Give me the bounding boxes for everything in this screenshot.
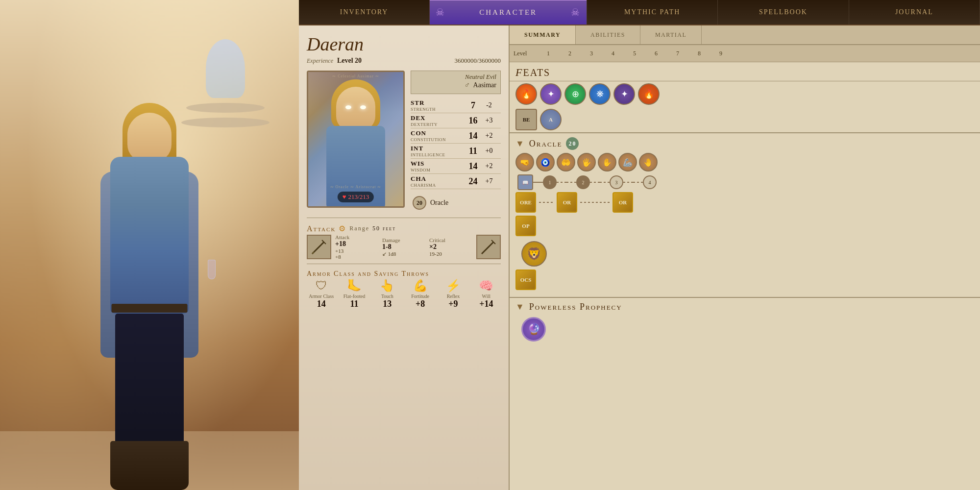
armor-class-icon: 🛡 bbox=[307, 279, 336, 293]
svg-line-3 bbox=[482, 242, 493, 254]
oracle-level-badge: 20 bbox=[566, 137, 579, 150]
hp-display: ♥213/213 bbox=[338, 192, 374, 202]
armor-grid: 🛡 Armor Class 14 🦶 Flat-footed 11 👆 Touc… bbox=[307, 279, 501, 309]
weapon-row[interactable]: Attack +18 +13 +8 Damage 1-8 ↙ 1d8 Criti… bbox=[307, 234, 501, 260]
character-figure bbox=[56, 74, 243, 490]
feats-row-2[interactable]: BE A bbox=[510, 107, 980, 132]
oracle-header: ▼ Oracle 20 bbox=[515, 137, 974, 150]
feat-orange[interactable]: 🔥 bbox=[638, 83, 660, 105]
oracle-book-icon: 📖 bbox=[517, 174, 533, 190]
powerless-section: ▼ Powerless Prophecy 🔮 bbox=[510, 297, 980, 347]
flat-footed-icon: 🦶 bbox=[340, 279, 368, 293]
oracle-feat-3[interactable]: 🤲 bbox=[557, 153, 575, 172]
stat-wis: WIS WISDOM 14 +2 bbox=[411, 159, 501, 174]
sub-nav-martial[interactable]: MARTIAL bbox=[640, 25, 702, 44]
powerless-header: ▼ Powerless Prophecy bbox=[515, 302, 974, 312]
character-nav-icon: ☠ bbox=[436, 6, 445, 18]
sub-nav[interactable]: SUMMARY ABILITIES MARTIAL bbox=[510, 25, 980, 45]
oracle-ore-icon[interactable]: ORE bbox=[515, 192, 536, 213]
feat-dark-purple[interactable]: ✦ bbox=[613, 83, 635, 105]
nav-spellbook[interactable]: SPELLBOOK bbox=[718, 0, 849, 24]
class-level-badge: 20 bbox=[413, 196, 426, 210]
stat-con: CON CONSTITUTION 14 +2 bbox=[411, 128, 501, 144]
ability-scores-panel: Neutral Evil ♂ Aasimar STR STRENGTH bbox=[411, 71, 501, 212]
feats-header: FEATS bbox=[510, 62, 980, 81]
weapon-damage-stats: Damage 1-8 ↙ 1d8 bbox=[382, 237, 425, 257]
stat-dex: DEX DEXTERITY 16 +3 bbox=[411, 113, 501, 128]
oracle-feats-row-1[interactable]: 🤜 🧿 🤲 🖐 ✋ 🦾 🤚 bbox=[515, 153, 974, 172]
oracle-section: ▼ Oracle 20 🤜 🧿 🤲 🖐 ✋ 🦾 🤚 bbox=[510, 132, 980, 297]
feat-be-badge[interactable]: BE bbox=[515, 109, 537, 130]
character-portrait[interactable]: ♥213/213 ∾ Celestial Aasimar ∾ ∾ Oracle … bbox=[307, 71, 405, 208]
will-icon: 🧠 bbox=[472, 279, 501, 293]
weapon-icon-right[interactable] bbox=[476, 235, 501, 259]
alignment-display: Neutral Evil ♂ Aasimar bbox=[411, 71, 501, 94]
level-grid-header: Level 1 2 3 4 5 6 7 8 9 bbox=[510, 45, 980, 62]
oracle-ocs-icon[interactable]: OCS bbox=[515, 270, 536, 290]
oracle-abbr-row[interactable]: ORE OR OR bbox=[515, 192, 974, 213]
flat-footed: 🦶 Flat-footed 11 bbox=[340, 279, 368, 309]
oracle-or-icon-1[interactable]: OR bbox=[557, 192, 577, 213]
oracle-level-track: 📖 1 2 3 4 bbox=[515, 174, 974, 190]
oracle-chevron-icon[interactable]: ▼ bbox=[515, 139, 525, 149]
weapon-critical-stats: Critical ×2 19-20 bbox=[429, 237, 472, 257]
oracle-feat-5[interactable]: ✋ bbox=[598, 153, 616, 172]
powerless-feat-icon[interactable]: 🔮 bbox=[521, 317, 546, 342]
feats-panel: SUMMARY ABILITIES MARTIAL Level 1 2 3 4 … bbox=[510, 25, 980, 490]
class-display: 20 Oracle bbox=[411, 194, 501, 212]
gender-icon: ♂ bbox=[465, 81, 470, 90]
feat-purple[interactable]: ✦ bbox=[540, 83, 562, 105]
attack-section-header: Attack ⚙ Range 50 feet bbox=[307, 221, 501, 234]
touch-icon: 👆 bbox=[373, 279, 402, 293]
feats-row-1[interactable]: 🔥 ✦ ⊕ ❋ ✦ 🔥 bbox=[510, 81, 980, 107]
feat-green[interactable]: ⊕ bbox=[564, 83, 586, 105]
reflex-icon: ⚡ bbox=[439, 279, 467, 293]
oracle-feat-6[interactable]: 🦾 bbox=[618, 153, 637, 172]
weapon-icon-left[interactable] bbox=[307, 235, 331, 259]
oracle-feat-4[interactable]: 🖐 bbox=[577, 153, 596, 172]
armor-class: 🛡 Armor Class 14 bbox=[307, 279, 336, 309]
nav-mythic[interactable]: MYTHIC PATH bbox=[587, 0, 718, 24]
stat-str: STR STRENGTH 7 -2 bbox=[411, 98, 501, 113]
oracle-op-row[interactable]: OP bbox=[515, 216, 974, 236]
character-sheet-panel: INVENTORY ☠ CHARACTER ☠ MYTHIC PATH SPEL… bbox=[299, 0, 980, 490]
touch: 👆 Touch 13 bbox=[373, 279, 402, 309]
level-node-4: 4 bbox=[643, 175, 657, 189]
oracle-or-icon-2[interactable]: OR bbox=[612, 192, 633, 213]
level-numbers: 1 2 3 4 5 6 7 8 9 bbox=[538, 50, 731, 57]
will: 🧠 Will +14 bbox=[472, 279, 501, 309]
fortitude: 💪 Fortitude +8 bbox=[406, 279, 435, 309]
stat-cha: CHA CHARISMA 24 +7 bbox=[411, 174, 501, 189]
fortitude-icon: 💪 bbox=[406, 279, 435, 293]
character-nav-icon-right: ☠ bbox=[571, 6, 581, 18]
stat-int: INT INTELLIGENCE 11 +0 bbox=[411, 144, 501, 159]
nav-inventory[interactable]: INVENTORY bbox=[299, 0, 430, 24]
attack-icon: ⚙ bbox=[339, 224, 346, 233]
level-node-3: 3 bbox=[610, 175, 623, 189]
powerless-chevron-icon[interactable]: ▼ bbox=[515, 302, 525, 312]
armor-section-header: Armor Class and Saving Throws bbox=[307, 267, 501, 279]
sub-nav-summary[interactable]: SUMMARY bbox=[510, 25, 576, 44]
reflex: ⚡ Reflex +9 bbox=[439, 279, 467, 309]
oracle-creature-row[interactable]: 🦁 bbox=[515, 239, 974, 269]
oracle-feat-1[interactable]: 🤜 bbox=[515, 153, 534, 172]
portrait-container: ♥213/213 ∾ Celestial Aasimar ∾ ∾ Oracle … bbox=[307, 71, 501, 212]
oracle-creature-icon[interactable]: 🦁 bbox=[521, 241, 547, 267]
weapon-attack-stats: Attack +18 +13 +8 bbox=[335, 234, 378, 260]
character-meta: Experience Level 20 3600000/3600000 bbox=[307, 57, 501, 65]
level-node-1: 1 bbox=[543, 175, 557, 189]
main-nav[interactable]: INVENTORY ☠ CHARACTER ☠ MYTHIC PATH SPEL… bbox=[299, 0, 980, 25]
powerless-feats-row[interactable]: 🔮 bbox=[515, 315, 974, 343]
character-stats-panel: Daeran Experience Level 20 3600000/36000… bbox=[299, 25, 510, 490]
oracle-feat-7[interactable]: 🤚 bbox=[639, 153, 658, 172]
oracle-op-icon[interactable]: OP bbox=[515, 216, 536, 236]
sub-nav-abilities[interactable]: ABILITIES bbox=[576, 25, 640, 44]
nav-character[interactable]: ☠ CHARACTER ☠ bbox=[430, 0, 587, 24]
nav-journal[interactable]: JOURNAL bbox=[849, 0, 980, 24]
svg-line-2 bbox=[312, 252, 314, 254]
feat-a-badge[interactable]: A bbox=[540, 109, 562, 130]
feat-fire[interactable]: 🔥 bbox=[515, 83, 537, 105]
feat-blue[interactable]: ❋ bbox=[589, 83, 611, 105]
oracle-feat-2[interactable]: 🧿 bbox=[536, 153, 555, 172]
oracle-ocs-row[interactable]: OCS bbox=[515, 270, 974, 290]
